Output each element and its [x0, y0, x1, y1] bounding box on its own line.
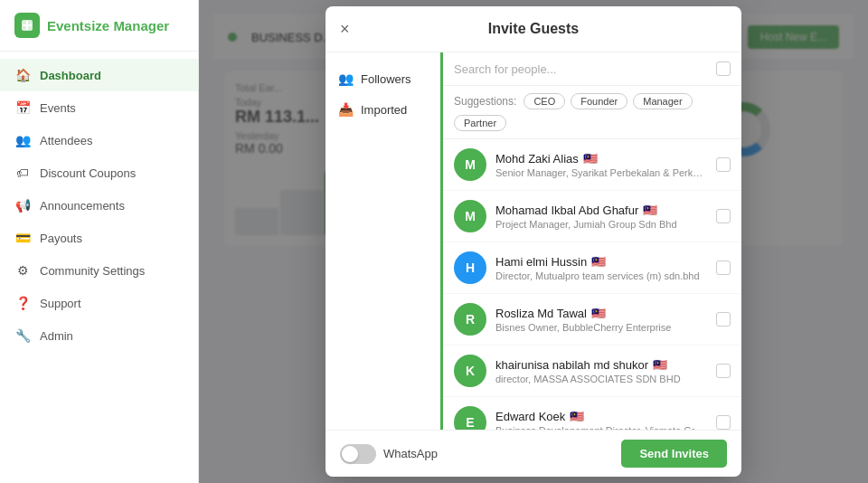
person-info: Hami elmi Hussin 🇲🇾 Director, Mutualpro …	[495, 255, 707, 281]
sidebar: Eventsize Manager 🏠 Dashboard 📅 Events 👥…	[0, 0, 199, 483]
support-icon: ❓	[14, 295, 31, 311]
person-name: Edward Koek 🇲🇾	[495, 410, 707, 423]
admin-icon: 🔧	[14, 327, 31, 344]
list-item: M Mohamad Ikbal Abd Ghafur 🇲🇾 Project Ma…	[443, 191, 741, 242]
sidebar-nav: 🏠 Dashboard 📅 Events 👥 Attendees 🏷 Disco…	[0, 52, 198, 483]
imported-icon: 📥	[338, 102, 354, 117]
whatsapp-toggle[interactable]	[340, 444, 376, 464]
people-list: M Mohd Zaki Alias 🇲🇾 Senior Manager, Sya…	[443, 139, 741, 430]
modal-title: Invite Guests	[488, 21, 579, 37]
suggestion-ceo[interactable]: CEO	[524, 93, 565, 109]
sidebar-item-community-settings[interactable]: ⚙ Community Settings	[0, 254, 198, 287]
modal-close-button[interactable]: ×	[340, 21, 350, 37]
avatar: E	[454, 406, 486, 430]
person-info: Edward Koek 🇲🇾 Business Developement Dir…	[495, 410, 707, 431]
sidebar-label-dashboard: Dashboard	[40, 69, 101, 82]
sidebar-label-events: Events	[40, 101, 76, 115]
list-item: H Hami elmi Hussin 🇲🇾 Director, Mutualpr…	[443, 242, 741, 294]
left-panel: 👥 Followers 📥 Imported	[326, 52, 443, 430]
avatar: H	[454, 251, 486, 284]
person-checkbox[interactable]	[716, 157, 731, 172]
sidebar-item-payouts[interactable]: 💳 Payouts	[0, 222, 198, 254]
imported-tab[interactable]: 📥 Imported	[326, 94, 440, 125]
suggestion-partner[interactable]: Partner	[454, 115, 506, 131]
avatar: M	[454, 148, 486, 181]
payouts-icon: 💳	[14, 230, 31, 246]
search-input[interactable]	[454, 62, 709, 76]
community-icon: ⚙	[14, 262, 31, 279]
select-all-checkbox[interactable]	[716, 62, 731, 76]
sidebar-item-attendees[interactable]: 👥 Attendees	[0, 124, 198, 156]
sidebar-item-dashboard[interactable]: 🏠 Dashboard	[0, 59, 198, 91]
right-panel: Suggestions: CEO Founder Manager Partner…	[443, 52, 741, 430]
invite-guests-modal: × Invite Guests 👥 Followers 📥 Imported	[326, 6, 741, 477]
whatsapp-toggle-row: WhatsApp	[340, 444, 438, 464]
person-title: Bisnes Owner, BubbleCherry Enterprise	[495, 322, 707, 333]
announcements-icon: 📢	[14, 197, 31, 213]
person-title: director, MASSA ASSOCIATES SDN BHD	[495, 374, 707, 384]
events-icon: 📅	[14, 99, 31, 116]
person-checkbox[interactable]	[716, 312, 731, 327]
flag-icon: 🇲🇾	[583, 152, 598, 166]
search-row	[443, 52, 741, 86]
list-item: M Mohd Zaki Alias 🇲🇾 Senior Manager, Sya…	[443, 139, 741, 191]
person-title: Project Manager, Jumiah Group Sdn Bhd	[495, 219, 707, 230]
flag-icon: 🇲🇾	[591, 255, 606, 269]
logo: Eventsize Manager	[0, 0, 198, 52]
toggle-knob	[342, 446, 358, 462]
followers-tab[interactable]: 👥 Followers	[326, 63, 440, 94]
sidebar-item-discount-coupons[interactable]: 🏷 Discount Coupons	[0, 156, 198, 189]
person-title: Senior Manager, Syarikat Perbekalan & Pe…	[495, 167, 707, 178]
suggestion-founder[interactable]: Founder	[571, 93, 627, 109]
main-area: BUSINESS D... Host New E... Total Ear...…	[199, 0, 868, 483]
modal-footer: WhatsApp Send Invites	[326, 430, 741, 477]
modal-overlay[interactable]: × Invite Guests 👥 Followers 📥 Imported	[199, 0, 868, 483]
sidebar-item-support[interactable]: ❓ Support	[0, 287, 198, 319]
avatar: R	[454, 303, 486, 336]
person-info: Mohd Zaki Alias 🇲🇾 Senior Manager, Syari…	[495, 152, 707, 178]
dashboard-icon: 🏠	[14, 67, 31, 83]
person-checkbox[interactable]	[716, 415, 731, 430]
sidebar-label-payouts: Payouts	[40, 232, 82, 245]
person-name: Mohamad Ikbal Abd Ghafur 🇲🇾	[495, 204, 707, 217]
sidebar-label-discount: Discount Coupons	[40, 166, 136, 180]
person-checkbox[interactable]	[716, 364, 731, 378]
modal-header: × Invite Guests	[326, 6, 741, 52]
list-item: E Edward Koek 🇲🇾 Business Developement D…	[443, 397, 741, 430]
sidebar-label-community: Community Settings	[40, 264, 145, 278]
person-info: Mohamad Ikbal Abd Ghafur 🇲🇾 Project Mana…	[495, 204, 707, 230]
followers-label: Followers	[361, 72, 411, 86]
sidebar-label-support: Support	[40, 297, 81, 310]
logo-icon	[14, 13, 40, 38]
avatar: M	[454, 200, 486, 232]
logo-text: Eventsize Manager	[47, 18, 169, 33]
flag-icon: 🇲🇾	[591, 307, 606, 320]
person-checkbox[interactable]	[716, 209, 731, 223]
person-name: Mohd Zaki Alias 🇲🇾	[495, 152, 707, 166]
suggestions-row: Suggestions: CEO Founder Manager Partner	[443, 86, 741, 139]
modal-body: 👥 Followers 📥 Imported Sugges	[326, 52, 741, 430]
send-invites-button[interactable]: Send Invites	[621, 440, 727, 468]
followers-icon: 👥	[338, 71, 354, 86]
flag-icon: 🇲🇾	[570, 410, 584, 423]
avatar: K	[454, 355, 486, 387]
sidebar-label-admin: Admin	[40, 329, 73, 343]
suggestions-label: Suggestions:	[454, 95, 516, 108]
sidebar-label-attendees: Attendees	[40, 134, 93, 147]
sidebar-label-announcements: Announcements	[40, 199, 125, 213]
person-title: Director, Mutualpro team services (m) sd…	[495, 270, 707, 281]
imported-label: Imported	[361, 103, 407, 117]
sidebar-item-events[interactable]: 📅 Events	[0, 91, 198, 124]
flag-icon: 🇲🇾	[653, 358, 667, 372]
list-item: K khairunisa nabilah md shukor 🇲🇾 direct…	[443, 346, 741, 397]
flag-icon: 🇲🇾	[643, 204, 657, 217]
person-info: khairunisa nabilah md shukor 🇲🇾 director…	[495, 358, 707, 384]
suggestion-manager[interactable]: Manager	[633, 93, 692, 109]
whatsapp-label: WhatsApp	[383, 447, 438, 460]
sidebar-item-admin[interactable]: 🔧 Admin	[0, 319, 198, 352]
sidebar-item-announcements[interactable]: 📢 Announcements	[0, 189, 198, 222]
person-name: Rosliza Md Tawal 🇲🇾	[495, 307, 707, 320]
person-checkbox[interactable]	[716, 260, 731, 275]
attendees-icon: 👥	[14, 132, 31, 148]
person-name: Hami elmi Hussin 🇲🇾	[495, 255, 707, 269]
